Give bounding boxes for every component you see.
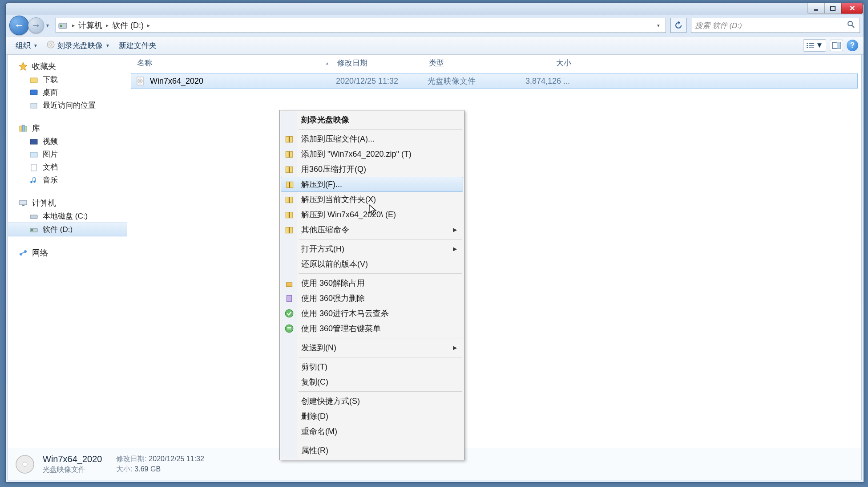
cm-rename[interactable]: 重命名(M) <box>281 424 463 439</box>
preview-pane-button[interactable] <box>830 40 843 51</box>
context-menu: 刻录光盘映像 添加到压缩文件(A)... 添加到 "Win7x64_2020.z… <box>279 110 464 460</box>
cm-burn-disc-image[interactable]: 刻录光盘映像 <box>281 112 463 127</box>
cm-delete[interactable]: 删除(D) <box>281 409 463 424</box>
cm-restore-previous[interactable]: 还原以前的版本(V) <box>281 256 463 272</box>
sidebar-item-documents[interactable]: 文档 <box>8 161 127 174</box>
back-button[interactable]: ← <box>9 16 29 35</box>
minimize-button[interactable] <box>807 3 824 14</box>
cm-extract-to-folder[interactable]: 解压到 Win7x64_2020\ (E) <box>281 207 463 222</box>
svg-rect-24 <box>30 152 37 157</box>
sidebar-item-downloads[interactable]: 下载 <box>8 73 127 86</box>
svg-rect-17 <box>30 78 37 83</box>
cm-360-force-delete[interactable]: 使用 360强力删除 <box>281 291 463 306</box>
sidebar-network-head[interactable]: 网络 <box>8 246 127 260</box>
cm-360-manage-context[interactable]: 使用 360管理右键菜单 <box>281 321 463 336</box>
sidebar-item-recent[interactable]: 最近访问的位置 <box>8 99 127 112</box>
sidebar-item-videos[interactable]: 视频 <box>8 135 127 148</box>
svg-rect-21 <box>22 125 24 131</box>
organize-button[interactable]: 组织▼ <box>11 39 42 53</box>
svg-rect-8 <box>807 43 808 44</box>
sidebar: 收藏夹 下载 桌面 最近访问的位置 库 视频 图片 文档 音乐 计算机 <box>8 55 127 480</box>
breadcrumb-root[interactable]: 计算机 <box>78 20 102 31</box>
maximize-button[interactable] <box>824 3 841 14</box>
sidebar-libraries-head[interactable]: 库 <box>8 122 127 135</box>
cm-properties[interactable]: 属性(R) <box>281 443 463 458</box>
svg-marker-16 <box>19 62 27 70</box>
sidebar-item-desktop[interactable]: 桌面 <box>8 86 127 99</box>
address-dropdown[interactable]: ▾ <box>652 19 664 32</box>
close-button[interactable]: ✕ <box>841 3 863 14</box>
column-name[interactable]: 名称▴ <box>133 58 333 68</box>
file-list-area: 名称▴ 修改日期 类型 大小 Win7x64_2020 2020/12/25 1… <box>127 55 861 480</box>
archive-icon <box>284 225 294 235</box>
breadcrumb-current[interactable]: 软件 (D:) <box>112 20 144 31</box>
svg-rect-53 <box>286 283 292 287</box>
pictures-icon <box>29 150 38 159</box>
chevron-right-icon: ▸ <box>145 22 152 28</box>
archive-icon <box>284 195 294 204</box>
sidebar-item-music[interactable]: 音乐 <box>8 174 127 187</box>
details-size-label: 大小: <box>116 465 132 473</box>
network-icon <box>19 248 28 257</box>
cm-copy[interactable]: 复制(C) <box>281 374 463 390</box>
cm-create-shortcut[interactable]: 创建快捷方式(S) <box>281 394 463 409</box>
svg-rect-48 <box>289 197 290 203</box>
cm-cut[interactable]: 剪切(T) <box>281 359 463 374</box>
svg-point-4 <box>848 21 852 26</box>
sidebar-item-drive-c[interactable]: 本地磁盘 (C:) <box>8 210 127 223</box>
cm-add-to-zip[interactable]: 添加到 "Win7x64_2020.zip" (T) <box>281 146 463 162</box>
burn-image-button[interactable]: 刻录光盘映像▼ <box>42 39 114 53</box>
submenu-arrow-icon: ▶ <box>453 345 457 351</box>
disc-icon <box>47 41 55 51</box>
sidebar-computer-head[interactable]: 计算机 <box>8 196 127 210</box>
svg-rect-46 <box>289 182 290 188</box>
svg-rect-0 <box>814 9 818 11</box>
cm-extract-to[interactable]: 解压到(F)... <box>281 177 463 192</box>
cm-open-with-360zip[interactable]: 用360压缩打开(Q) <box>281 162 463 177</box>
drive-icon <box>58 20 68 30</box>
cm-send-to[interactable]: 发送到(N)▶ <box>281 340 463 355</box>
chevron-down-icon: ▼ <box>816 41 824 50</box>
help-button[interactable]: ? <box>847 40 858 51</box>
sidebar-item-pictures[interactable]: 图片 <box>8 148 127 161</box>
svg-rect-22 <box>25 126 27 131</box>
video-icon <box>29 137 38 146</box>
search-input[interactable]: 搜索 软件 (D:) <box>691 18 860 33</box>
details-type: 光盘映像文件 <box>43 465 102 475</box>
window-controls: ✕ <box>807 3 863 14</box>
nav-buttons: ← → ▼ <box>9 16 51 35</box>
cm-extract-here[interactable]: 解压到当前文件夹(X) <box>281 192 463 207</box>
star-icon <box>19 62 28 71</box>
view-options-button[interactable]: ▼ <box>803 39 826 52</box>
cm-360-unlock[interactable]: 使用 360解除占用 <box>281 276 463 291</box>
file-row[interactable]: Win7x64_2020 2020/12/25 11:32 光盘映像文件 3,8… <box>131 73 858 89</box>
address-bar[interactable]: ▸ 计算机 ▸ 软件 (D:) ▸ ▾ <box>56 18 666 33</box>
sidebar-item-drive-d[interactable]: 软件 (D:) <box>8 223 127 236</box>
disc-icon <box>13 453 36 476</box>
cm-add-to-archive[interactable]: 添加到压缩文件(A)... <box>281 131 463 146</box>
cm-other-zip-commands[interactable]: 其他压缩命令▶ <box>281 222 463 237</box>
forward-button[interactable]: → <box>28 17 44 33</box>
svg-rect-54 <box>287 295 292 301</box>
column-type[interactable]: 类型 <box>424 58 513 68</box>
refresh-button[interactable] <box>670 18 686 33</box>
cm-open-with[interactable]: 打开方式(H)▶ <box>281 241 463 256</box>
hdd-icon <box>29 212 38 221</box>
iso-file-icon <box>136 76 145 86</box>
svg-rect-44 <box>289 167 290 173</box>
nav-history-dropdown[interactable]: ▼ <box>44 19 51 32</box>
cm-360-trojan-scan[interactable]: 使用 360进行木马云查杀 <box>281 306 463 321</box>
new-folder-button[interactable]: 新建文件夹 <box>114 39 161 53</box>
column-date[interactable]: 修改日期 <box>333 58 424 68</box>
toolbar: 组织▼ 刻录光盘映像▼ 新建文件夹 ▼ ? <box>6 36 864 55</box>
archive-icon <box>285 179 295 189</box>
search-placeholder: 搜索 软件 (D:) <box>695 20 742 31</box>
breadcrumb[interactable]: ▸ 计算机 ▸ 软件 (D:) ▸ <box>70 20 652 31</box>
column-size[interactable]: 大小 <box>513 58 576 68</box>
sidebar-favorites-head[interactable]: 收藏夹 <box>8 60 127 73</box>
svg-rect-40 <box>289 137 290 142</box>
svg-rect-58 <box>287 329 291 329</box>
file-date: 2020/12/25 11:32 <box>331 77 423 86</box>
file-type: 光盘映像文件 <box>423 76 512 86</box>
shred-icon <box>284 293 294 303</box>
